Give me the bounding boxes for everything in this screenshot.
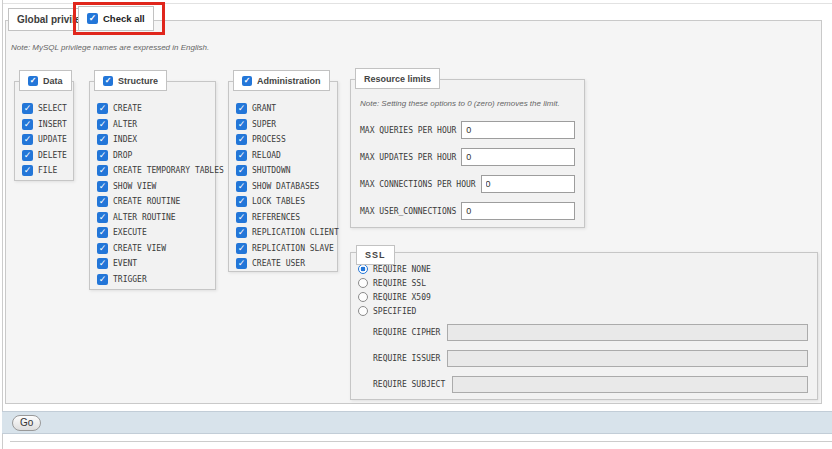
privilege-checkbox[interactable] bbox=[236, 258, 247, 269]
global-privileges-page: Global privileges Check all Note: MySQL … bbox=[0, 0, 832, 449]
privilege-checkbox[interactable] bbox=[97, 196, 108, 207]
go-button[interactable]: Go bbox=[12, 415, 41, 431]
resource-limits-fieldset: Note: Setting these options to 0 (zero) … bbox=[350, 79, 585, 228]
ssl-radio[interactable] bbox=[358, 292, 368, 302]
structure-privileges-fieldset: CREATE ALTER INDEX DROP bbox=[89, 81, 216, 290]
privilege-row: SHOW VIEW bbox=[97, 181, 209, 192]
resource-limits-legend: Resource limits bbox=[355, 68, 440, 89]
privilege-checkbox[interactable] bbox=[22, 150, 33, 161]
privilege-row: SUPER bbox=[236, 119, 331, 130]
structure-privileges-list: CREATE ALTER INDEX DROP bbox=[90, 82, 215, 295]
data-group-checkbox[interactable] bbox=[28, 76, 38, 86]
privilege-label: INDEX bbox=[113, 135, 137, 144]
privilege-label: SELECT bbox=[38, 104, 67, 113]
ssl-field-label: REQUIRE ISSUER bbox=[373, 354, 440, 363]
privilege-row: EVENT bbox=[97, 258, 209, 269]
privilege-row: CREATE VIEW bbox=[97, 243, 209, 254]
privilege-row: PROCESS bbox=[236, 134, 331, 145]
privilege-label: SHOW DATABASES bbox=[252, 182, 319, 191]
ssl-field-input[interactable] bbox=[447, 350, 808, 367]
data-group-label: Data bbox=[43, 76, 63, 86]
ssl-option-row: REQUIRE NONE bbox=[358, 264, 808, 274]
privilege-row: EXECUTE bbox=[97, 227, 209, 238]
ssl-option-row: SPECIFIED bbox=[358, 306, 808, 316]
resource-limit-label: MAX CONNECTIONS PER HOUR bbox=[360, 180, 476, 189]
privilege-label: ALTER bbox=[113, 120, 137, 129]
resource-limit-row: MAX CONNECTIONS PER HOUR bbox=[360, 175, 575, 193]
privilege-checkbox[interactable] bbox=[236, 212, 247, 223]
structure-group-checkbox[interactable] bbox=[103, 76, 113, 86]
privilege-label: REPLICATION CLIENT bbox=[252, 228, 339, 237]
privilege-checkbox[interactable] bbox=[97, 103, 108, 114]
bottom-divider bbox=[10, 441, 832, 442]
privilege-checkbox[interactable] bbox=[22, 165, 33, 176]
resource-limit-input[interactable] bbox=[481, 175, 575, 193]
privilege-checkbox[interactable] bbox=[97, 150, 108, 161]
privilege-checkbox[interactable] bbox=[97, 243, 108, 254]
privilege-label: CREATE VIEW bbox=[113, 244, 166, 253]
resource-limit-input[interactable] bbox=[461, 148, 575, 166]
check-all-label[interactable]: Check all bbox=[103, 13, 145, 24]
privilege-row: INSERT bbox=[22, 119, 67, 130]
privilege-row: SELECT bbox=[22, 103, 67, 114]
administration-group-checkbox[interactable] bbox=[242, 76, 252, 86]
ssl-fieldset: REQUIRE NONE REQUIRE SSL REQUIRE X509 bbox=[350, 252, 818, 400]
administration-privileges-fieldset: GRANT SUPER PROCESS RELOAD bbox=[228, 81, 338, 272]
privilege-checkbox[interactable] bbox=[236, 103, 247, 114]
ssl-radio[interactable] bbox=[358, 264, 368, 274]
privilege-checkbox[interactable] bbox=[97, 134, 108, 145]
privilege-checkbox[interactable] bbox=[97, 274, 108, 285]
ssl-option-row: REQUIRE SSL bbox=[358, 278, 808, 288]
resource-limit-label: MAX UPDATES PER HOUR bbox=[360, 153, 456, 162]
privilege-label: CREATE USER bbox=[252, 259, 305, 268]
privilege-label: SHUTDOWN bbox=[252, 166, 291, 175]
privilege-label: DELETE bbox=[38, 151, 67, 160]
resource-limit-input[interactable] bbox=[461, 202, 575, 220]
privilege-checkbox[interactable] bbox=[22, 119, 33, 130]
privilege-checkbox[interactable] bbox=[236, 227, 247, 238]
privilege-checkbox[interactable] bbox=[22, 134, 33, 145]
privilege-label: SHOW VIEW bbox=[113, 182, 156, 191]
privilege-row: INDEX bbox=[97, 134, 209, 145]
check-all-container[interactable]: Check all bbox=[78, 6, 154, 31]
privilege-checkbox[interactable] bbox=[97, 165, 108, 176]
ssl-field-input[interactable] bbox=[452, 376, 808, 393]
privilege-checkbox[interactable] bbox=[236, 134, 247, 145]
privilege-checkbox[interactable] bbox=[236, 243, 247, 254]
ssl-legend: SSL bbox=[356, 245, 395, 265]
ssl-field-input[interactable] bbox=[447, 324, 808, 341]
ssl-options-list: REQUIRE NONE REQUIRE SSL REQUIRE X509 bbox=[358, 264, 808, 316]
privilege-label: PROCESS bbox=[252, 135, 286, 144]
resource-limit-row: MAX USER_CONNECTIONS bbox=[360, 202, 575, 220]
privilege-row: FILE bbox=[22, 165, 67, 176]
privilege-checkbox[interactable] bbox=[97, 119, 108, 130]
privilege-checkbox[interactable] bbox=[236, 196, 247, 207]
privilege-row: CREATE TEMPORARY TABLES bbox=[97, 165, 209, 176]
ssl-option-label: REQUIRE X509 bbox=[373, 293, 431, 302]
privilege-checkbox[interactable] bbox=[236, 165, 247, 176]
ssl-title: SSL bbox=[365, 250, 386, 260]
privilege-label: REFERENCES bbox=[252, 213, 300, 222]
check-all-checkbox[interactable] bbox=[87, 13, 98, 24]
privilege-row: RELOAD bbox=[236, 150, 331, 161]
privilege-checkbox[interactable] bbox=[97, 258, 108, 269]
privilege-label: GRANT bbox=[252, 104, 276, 113]
privilege-checkbox[interactable] bbox=[22, 103, 33, 114]
ssl-radio[interactable] bbox=[358, 278, 368, 288]
ssl-radio[interactable] bbox=[358, 306, 368, 316]
privilege-label: FILE bbox=[38, 166, 57, 175]
privilege-label: EVENT bbox=[113, 259, 137, 268]
privilege-row: REFERENCES bbox=[236, 212, 331, 223]
privilege-label: SUPER bbox=[252, 120, 276, 129]
privilege-checkbox[interactable] bbox=[97, 181, 108, 192]
privilege-checkbox[interactable] bbox=[236, 150, 247, 161]
privilege-label: REPLICATION SLAVE bbox=[252, 244, 334, 253]
privilege-row: CREATE USER bbox=[236, 258, 331, 269]
privilege-checkbox[interactable] bbox=[97, 212, 108, 223]
privilege-checkbox[interactable] bbox=[236, 181, 247, 192]
privilege-row: LOCK TABLES bbox=[236, 196, 331, 207]
privilege-checkbox[interactable] bbox=[97, 227, 108, 238]
resource-limit-input[interactable] bbox=[461, 121, 575, 139]
privilege-checkbox[interactable] bbox=[236, 119, 247, 130]
ssl-option-label: SPECIFIED bbox=[373, 307, 416, 316]
